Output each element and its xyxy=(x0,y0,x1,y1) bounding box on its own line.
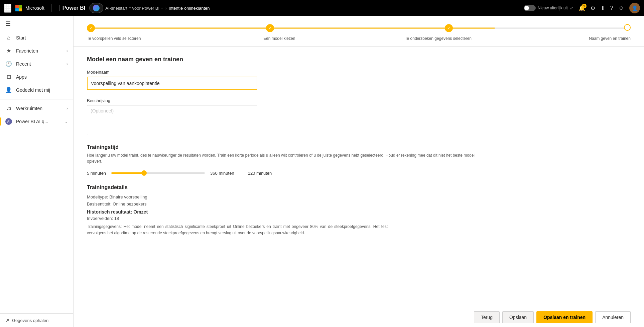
training-details-section: Trainingsdetails Modeltype: Binaire voor… xyxy=(87,184,631,236)
sidebar-werkruimten-label: Werkruimten xyxy=(16,106,62,111)
training-details-title: Trainingsdetails xyxy=(87,184,631,190)
notifications-badge: 1 xyxy=(582,4,587,8)
slider-divider xyxy=(241,170,241,176)
clock-icon: 🕐 xyxy=(5,61,12,67)
star-icon: ★ xyxy=(5,48,12,54)
microsoft-label: Microsoft xyxy=(25,5,44,11)
back-button[interactable]: Terug xyxy=(474,311,500,323)
sidebar-apps-label: Apps xyxy=(16,74,68,80)
description-label: Beschrijving xyxy=(87,98,631,103)
sidebar-workspace-label: Power BI AI q... xyxy=(16,119,60,124)
step-dot-4[interactable] xyxy=(624,24,631,31)
sidebar: ☰ ⌂ Start ★ Favorieten › 🕐 Recent › ⊞ Ap… xyxy=(0,16,74,327)
chevron-right-icon-2: › xyxy=(67,62,68,66)
powerbi-brand: Power BI xyxy=(59,5,85,11)
waffle-menu-button[interactable] xyxy=(4,4,11,13)
slider-track xyxy=(111,172,205,174)
chevron-down-icon: ⌄ xyxy=(65,119,68,124)
slider-current-value: 120 minuten xyxy=(248,171,272,176)
model-type-label: Modeltype: xyxy=(87,194,108,199)
training-data-label: Trainingsgegevens: xyxy=(87,224,122,229)
feedback-button[interactable]: ☺ xyxy=(619,5,624,11)
step-label-1: Te voorspellen veld selecteren xyxy=(87,36,154,41)
section-title: Model een naam geven en trainen xyxy=(87,56,631,63)
chevron-right-icon: › xyxy=(67,49,68,53)
training-data-text: Trainingsgegevens: Het model neemt een s… xyxy=(87,224,388,236)
notifications-button[interactable]: 🔔1 xyxy=(578,5,585,11)
steps-labels: Te voorspellen veld selecteren Een model… xyxy=(87,36,631,41)
topbar-right: Nieuw uiterlijk uit ⤢ 🔔1 ⚙ ⬇ ? ☺ 👤 xyxy=(524,3,640,13)
sidebar-favorieten-label: Favorieten xyxy=(16,48,62,54)
base-entity-row: Basisentiteit: Online bezoekers xyxy=(87,201,631,207)
slider-fill xyxy=(111,172,144,174)
toggle-label: Nieuw uiterlijk uit xyxy=(538,6,568,10)
sidebar-item-favorieten[interactable]: ★ Favorieten › xyxy=(0,44,73,57)
breadcrumb: AI-snelstart # voor Power BI + › Intenti… xyxy=(89,3,210,13)
topbar: Microsoft Power BI AI-snelstart # voor P… xyxy=(0,0,644,16)
description-group: Beschrijving xyxy=(87,98,631,136)
sidebar-item-workspace-ai[interactable]: AI Power BI AI q... ⌄ xyxy=(0,115,73,128)
sidebar-item-werkruimten[interactable]: 🗂 Werkruimten › xyxy=(0,102,73,115)
cancel-button[interactable]: Annuleren xyxy=(595,311,631,323)
svg-rect-7 xyxy=(7,9,9,10)
sidebar-item-recent[interactable]: 🕐 Recent › xyxy=(0,57,73,70)
save-train-button[interactable]: Opslaan en trainen xyxy=(536,311,593,323)
step-dot-3[interactable]: ✓ xyxy=(445,24,453,32)
topbar-ai-btn[interactable] xyxy=(89,3,103,13)
content-area: Model een naam geven en trainen Modelnaa… xyxy=(74,47,644,254)
get-data-icon: ↗ xyxy=(5,318,9,323)
main-content: ✓ ✓ ✓ Te voorspellen veld selecteren Een… xyxy=(74,16,644,327)
workspace-icon: AI xyxy=(5,118,12,125)
sidebar-collapse-button[interactable]: ☰ xyxy=(0,16,73,31)
download-button[interactable]: ⬇ xyxy=(601,5,605,11)
input-fields-row: Invoervelden: 18 xyxy=(87,216,631,221)
training-data-value: Het model neemt een statistisch signific… xyxy=(87,224,388,235)
sidebar-item-start[interactable]: ⌂ Start xyxy=(0,31,73,44)
slider-min-label: 5 minuten xyxy=(87,171,106,176)
step-dot-2[interactable]: ✓ xyxy=(266,24,274,32)
slider-container[interactable] xyxy=(111,172,205,174)
svg-rect-4 xyxy=(7,6,9,8)
sidebar-get-data[interactable]: ↗ Gegevens ophalen xyxy=(0,314,73,327)
sidebar-item-gedeeld[interactable]: 👤 Gedeeld met mij xyxy=(0,83,73,96)
historisch-title: Historisch resultaat: Omzet xyxy=(87,209,631,215)
wizard-steps: ✓ ✓ ✓ Te voorspellen veld selecteren Een… xyxy=(74,16,644,47)
svg-rect-0 xyxy=(5,4,6,6)
apps-icon: ⊞ xyxy=(5,74,12,80)
svg-rect-6 xyxy=(5,9,6,10)
footer: Terug Opslaan Opslaan en trainen Annuler… xyxy=(74,307,644,327)
shared-icon: 👤 xyxy=(5,87,12,93)
breadcrumb-current: Intentie onlineklanten xyxy=(169,6,210,11)
topbar-divider xyxy=(51,4,51,12)
active-indicator xyxy=(0,117,1,126)
step-dot-1[interactable]: ✓ xyxy=(87,24,95,32)
home-icon: ⌂ xyxy=(5,35,12,41)
description-input[interactable] xyxy=(87,105,257,135)
breadcrumb-link[interactable]: AI-snelstart # voor Power BI + xyxy=(105,6,163,11)
step-label-2: Een model kiezen xyxy=(246,36,313,41)
training-time-section: Trainingstijd Hoe langer u uw model trai… xyxy=(87,144,631,176)
svg-rect-3 xyxy=(5,6,6,8)
training-time-desc: Hoe langer u uw model traint, des te nau… xyxy=(87,152,488,164)
step-label-4: Naam geven en trainen xyxy=(564,36,631,41)
ai-icon xyxy=(93,5,100,11)
training-time-title: Trainingstijd xyxy=(87,144,631,150)
help-button[interactable]: ? xyxy=(610,5,613,11)
user-avatar[interactable]: 👤 xyxy=(629,3,640,13)
svg-rect-2 xyxy=(9,4,11,6)
model-name-input[interactable] xyxy=(87,77,257,90)
steps-track-container: ✓ ✓ ✓ xyxy=(87,24,631,32)
save-button[interactable]: Opslaan xyxy=(502,311,534,323)
base-entity-label: Basisentiteit: xyxy=(87,201,112,207)
sidebar-item-apps[interactable]: ⊞ Apps xyxy=(0,70,73,83)
new-look-toggle[interactable]: Nieuw uiterlijk uit ⤢ xyxy=(524,5,573,11)
input-fields-value: 18 xyxy=(114,216,119,221)
settings-button[interactable]: ⚙ xyxy=(591,5,595,11)
slider-max-label: 360 minuten xyxy=(210,171,234,176)
sidebar-start-label: Start xyxy=(16,35,68,40)
workspaces-icon: 🗂 xyxy=(5,105,12,111)
base-entity-value: Online bezoekers xyxy=(113,201,146,207)
microsoft-logo: Microsoft xyxy=(15,5,44,11)
model-name-group: Modelnaam xyxy=(87,70,631,90)
slider-thumb[interactable] xyxy=(141,170,147,176)
